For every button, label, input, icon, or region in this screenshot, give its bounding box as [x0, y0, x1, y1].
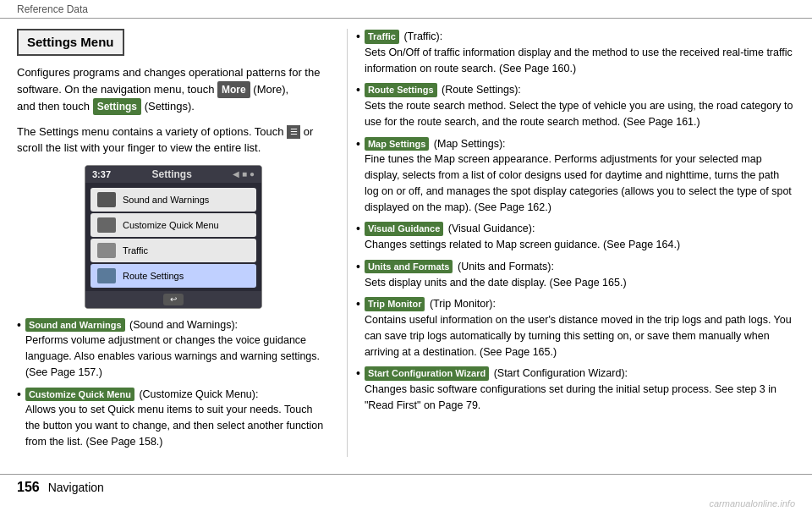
left-column: Settings Menu Configures programs and ch…	[17, 29, 347, 457]
trip-body: Contains useful information on the user'…	[365, 314, 792, 358]
intro-paragraph-2: The Settings menu contains a variety of …	[17, 124, 330, 157]
nav-item-customize-label: Customize Quick Menu	[123, 220, 219, 230]
section-title-box: Settings Menu	[17, 29, 124, 56]
nav-item-sound-label: Sound and Warnings	[123, 195, 209, 205]
bullet-dot-route: •	[356, 84, 360, 96]
nav-item-route: Route Settings	[91, 264, 256, 288]
bullet-dot-map: •	[356, 138, 360, 150]
trip-label-tag: Trip Monitor	[365, 297, 425, 311]
nav-signal-icons: ◀ ■ ●	[233, 169, 255, 179]
nav-item-traffic: Traffic	[91, 239, 256, 262]
visual-title: (Visual Guidance):	[448, 223, 535, 234]
section-title: Settings Menu	[27, 35, 114, 49]
nav-screen-title: Settings	[152, 168, 192, 180]
settings-button-label: Settings	[93, 98, 141, 115]
bullet-dot-visual: •	[356, 223, 360, 234]
route-title: (Route Settings):	[442, 84, 521, 96]
traffic-icon	[97, 243, 116, 258]
header-text: Reference Data	[17, 3, 88, 15]
map-label-tag: Map Settings	[365, 137, 429, 151]
map-body: Fine tunes the Map screen appearance. Pe…	[365, 153, 792, 212]
bullet-item-route: • Route Settings (Route Settings): Sets …	[356, 82, 795, 129]
bullet-content-map: Map Settings (Map Settings): Fine tunes …	[365, 136, 795, 216]
intro-text-2b: (Settings).	[145, 100, 195, 113]
customize-icon	[97, 217, 116, 233]
bullet-dot-customize: •	[17, 388, 21, 400]
sound-body: Performs volume adjustment or changes th…	[25, 334, 320, 378]
visual-label-tag: Visual Guidance	[365, 222, 443, 236]
traffic-body: Sets On/Off of traffic information displ…	[365, 47, 793, 74]
units-body: Sets display units and the date display.…	[365, 277, 627, 289]
visual-body: Changes settings related to Map screen g…	[365, 239, 680, 250]
page-footer: 156 Navigation	[0, 474, 812, 500]
intro-paragraph-1: Configures programs and changes operatio…	[17, 64, 330, 115]
route-icon	[97, 268, 116, 283]
intro-text-1b: (More),	[253, 83, 288, 96]
bullet-item-visual: • Visual Guidance (Visual Guidance): Cha…	[356, 221, 795, 253]
nav-time: 3:37	[92, 169, 111, 179]
nav-menu-list: Sound and Warnings Customize Quick Menu …	[85, 183, 261, 291]
touch-icon: ☰	[287, 125, 300, 139]
intro-text-3a: The Settings menu contains a variety of …	[17, 125, 284, 138]
bullet-content-customize: Customize Quick Menu (Customize Quick Me…	[25, 387, 330, 450]
nav-item-traffic-label: Traffic	[123, 245, 148, 256]
traffic-label-tag: Traffic	[365, 30, 399, 44]
bullet-dot-traffic: •	[356, 30, 360, 42]
sound-title: (Sound and Warnings):	[129, 319, 238, 331]
back-button[interactable]: ↩	[163, 294, 184, 305]
content-area: Settings Menu Configures programs and ch…	[0, 19, 812, 474]
left-bullet-section: • Sound and Warnings (Sound and Warnings…	[17, 317, 330, 450]
page-container: Reference Data Settings Menu Configures …	[0, 0, 812, 517]
more-button-label: More	[217, 81, 250, 98]
bullet-content-units: Units and Formats (Units and Formats): S…	[365, 259, 795, 291]
sound-label-tag: Sound and Warnings	[25, 318, 125, 333]
nav-screenshot: 3:37 Settings ◀ ■ ● Sound and Warnings C…	[85, 165, 262, 309]
sound-icon	[97, 192, 116, 207]
bullet-item-sound: • Sound and Warnings (Sound and Warnings…	[17, 317, 330, 381]
bullet-dot-sound: •	[17, 319, 21, 331]
watermark: carmanualonline.info	[709, 498, 795, 509]
page-number: 156	[17, 480, 40, 495]
bullet-dot-trip: •	[356, 298, 360, 310]
nav-item-sound: Sound and Warnings	[91, 188, 256, 212]
trip-title: (Trip Monitor):	[430, 298, 496, 310]
bullet-content-sound: Sound and Warnings (Sound and Warnings):…	[25, 317, 330, 381]
bullet-item-units: • Units and Formats (Units and Formats):…	[356, 259, 795, 291]
customize-label-tag: Customize Quick Menu	[25, 388, 134, 402]
nav-item-customize: Customize Quick Menu	[91, 213, 256, 237]
intro-text-2a: and then touch	[17, 100, 90, 113]
customize-title: (Customize Quick Menu):	[139, 388, 258, 400]
wizard-body: Changes basic software configurations se…	[365, 383, 776, 411]
bullet-item-map: • Map Settings (Map Settings): Fine tune…	[356, 136, 795, 216]
right-bullet-section: • Traffic (Traffic): Sets On/Off of traf…	[356, 29, 795, 414]
right-column: • Traffic (Traffic): Sets On/Off of traf…	[347, 29, 795, 457]
units-label-tag: Units and Formats	[365, 260, 453, 274]
bullet-content-trip: Trip Monitor (Trip Monitor): Contains us…	[365, 296, 795, 360]
traffic-title: (Traffic):	[403, 30, 442, 42]
bullet-item-trip: • Trip Monitor (Trip Monitor): Contains …	[356, 296, 795, 360]
nav-footer: ↩	[85, 291, 261, 308]
bullet-dot-units: •	[356, 261, 360, 272]
bullet-content-route: Route Settings (Route Settings): Sets th…	[365, 82, 795, 129]
bullet-item-customize: • Customize Quick Menu (Customize Quick …	[17, 387, 330, 450]
route-body: Sets the route search method. Select the…	[365, 100, 793, 128]
route-label-tag: Route Settings	[365, 83, 437, 97]
customize-body: Allows you to set Quick menu items to su…	[25, 404, 323, 448]
wizard-label-tag: Start Configuration Wizard	[365, 366, 489, 381]
nav-header: 3:37 Settings ◀ ■ ●	[85, 166, 261, 183]
bullet-content-visual: Visual Guidance (Visual Guidance): Chang…	[365, 221, 795, 253]
map-title: (Map Settings):	[434, 138, 506, 150]
wizard-title: (Start Configuration Wizard):	[494, 367, 628, 379]
units-title: (Units and Formats):	[458, 261, 554, 272]
top-bar: Reference Data	[0, 0, 812, 19]
bullet-item-wizard: • Start Configuration Wizard (Start Conf…	[356, 366, 795, 413]
bullet-dot-wizard: •	[356, 367, 360, 379]
bullet-content-wizard: Start Configuration Wizard (Start Config…	[365, 366, 795, 413]
bullet-item-traffic: • Traffic (Traffic): Sets On/Off of traf…	[356, 29, 795, 76]
footer-label: Navigation	[48, 481, 104, 494]
bullet-content-traffic: Traffic (Traffic): Sets On/Off of traffi…	[365, 29, 795, 76]
nav-item-route-label: Route Settings	[123, 271, 184, 281]
